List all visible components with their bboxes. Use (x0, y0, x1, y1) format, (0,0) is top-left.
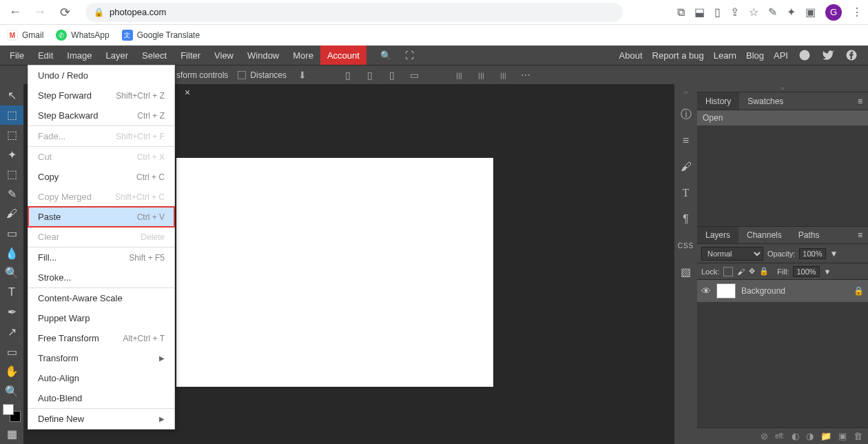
lock-transparency-icon[interactable] (723, 267, 733, 276)
menu-item-transform[interactable]: Transform▶ (28, 348, 174, 368)
opacity-dropdown-icon[interactable]: ▼ (830, 249, 838, 259)
menu-layer[interactable]: Layer (99, 46, 136, 65)
menu-item-copy[interactable]: CopyCtrl + C (28, 167, 174, 187)
link-learn[interactable]: Learn (714, 50, 736, 61)
distribute-space-icon[interactable]: ⫼ (497, 69, 510, 81)
blend-mode-select[interactable]: Normal (701, 247, 763, 261)
forward-button[interactable]: → (30, 3, 50, 22)
extensions-icon[interactable]: ✦ (787, 6, 796, 19)
link-report-bug[interactable]: Report a bug (652, 50, 704, 61)
menu-item-stroke[interactable]: Stroke... (28, 268, 174, 287)
color-swatches[interactable] (0, 401, 23, 425)
link-about[interactable]: About (619, 50, 643, 61)
twitter-icon[interactable] (821, 48, 835, 62)
link-layers-icon[interactable]: ⊘ (761, 431, 768, 441)
align-download-icon[interactable]: ⬇ (296, 69, 309, 81)
tab-channels[interactable]: Channels (738, 227, 790, 243)
back-button[interactable]: ← (6, 3, 25, 22)
panel-collapse-bar[interactable]: ›› (697, 84, 868, 92)
info-panel-icon[interactable]: ⓘ (678, 106, 694, 123)
new-layer-icon[interactable]: ▣ (838, 431, 847, 441)
rectangle-tool[interactable]: ▭ (0, 342, 23, 362)
layer-row-background[interactable]: 👁 Background 🔒 (697, 280, 868, 302)
bookmark-translate[interactable]: 文 Google Translate (122, 30, 200, 41)
dodge-tool[interactable]: 🔍 (0, 263, 23, 283)
quick-mask-tool[interactable]: ▦ (0, 425, 23, 445)
distribute-v-icon[interactable]: ⫼ (475, 69, 488, 81)
path-tool[interactable]: ↗ (0, 322, 23, 342)
foreground-color-swatch[interactable] (3, 404, 14, 415)
layer-mask-icon[interactable]: ◐ (792, 431, 799, 441)
marquee-tool[interactable]: ⬚ (0, 125, 23, 145)
menu-edit[interactable]: Edit (31, 46, 60, 65)
install-icon[interactable]: ⧉ (677, 6, 685, 19)
layer-effects-icon[interactable]: eff. (775, 432, 785, 440)
tab-paths[interactable]: Paths (790, 227, 828, 243)
layers-panel-menu-icon[interactable]: ≡ (852, 230, 868, 240)
menu-filter[interactable]: Filter (174, 46, 207, 65)
tab-swatches[interactable]: Swatches (739, 92, 792, 110)
pen-tool[interactable]: ✒ (0, 303, 23, 323)
document-canvas[interactable] (176, 158, 493, 387)
link-blog[interactable]: Blog (746, 50, 764, 61)
menu-window[interactable]: Window (240, 46, 286, 65)
menu-item-free-transform[interactable]: Free TransformAlt+Ctrl + T (28, 328, 174, 348)
menu-item-fill[interactable]: Fill...Shift + F5 (28, 248, 174, 268)
artboard-tool[interactable]: ⬚ (0, 105, 23, 125)
align-right-icon[interactable]: ▯ (386, 69, 398, 81)
zoom-tool[interactable]: 🔍 (0, 381, 23, 401)
delete-layer-icon[interactable]: 🗑 (854, 431, 862, 441)
menu-select[interactable]: Select (135, 46, 174, 65)
menu-item-auto-align[interactable]: Auto-Align (28, 368, 174, 388)
chrome-menu-icon[interactable]: ⋮ (851, 6, 862, 19)
css-panel-icon[interactable]: CSS (678, 237, 694, 254)
tab-layers[interactable]: Layers (697, 227, 738, 243)
move-tool[interactable]: ↖ (0, 85, 23, 105)
lock-position-icon[interactable]: ✥ (749, 267, 755, 276)
character-panel-icon[interactable]: T (678, 185, 694, 201)
brush-settings-icon[interactable]: 🖌 (678, 159, 694, 175)
new-folder-icon[interactable]: 📁 (820, 431, 831, 441)
menu-item-auto-blend[interactable]: Auto-Blend (28, 388, 174, 408)
link-api[interactable]: API (774, 50, 788, 61)
history-panel-menu-icon[interactable]: ≡ (852, 97, 868, 106)
menu-account[interactable]: Account (320, 46, 366, 65)
menu-item-content-aware-scale[interactable]: Content-Aware Scale (28, 288, 174, 308)
facebook-icon[interactable] (845, 48, 858, 62)
address-bar[interactable]: 🔒 photopea.com (85, 3, 623, 22)
eyedropper-tool[interactable]: ✎ (0, 184, 23, 204)
menu-item-puppet-warp[interactable]: Puppet Warp (28, 308, 174, 328)
layer-thumbnail[interactable] (716, 283, 736, 299)
blur-tool[interactable]: 💧 (0, 243, 23, 263)
align-left-icon[interactable]: ▯ (342, 69, 354, 81)
wand-tool[interactable]: ✦ (0, 145, 23, 165)
brush-tool[interactable]: 🖌 (0, 204, 23, 224)
menu-item-undo-redo[interactable]: Undo / Redo (28, 65, 174, 85)
crop-tool[interactable]: ⬚ (0, 164, 23, 184)
bookmark-star-icon[interactable]: ☆ (749, 6, 758, 19)
doc-icon[interactable]: ▯ (714, 6, 721, 19)
fullscreen-icon[interactable]: ⛶ (398, 46, 421, 65)
opacity-value[interactable]: 100% (799, 248, 825, 259)
search-icon[interactable]: 🔍 (373, 46, 398, 65)
visibility-icon[interactable]: 👁 (701, 285, 711, 296)
adjustments-panel-icon[interactable]: ≡ (678, 132, 694, 149)
history-entry[interactable]: Open (697, 110, 868, 125)
fill-dropdown-icon[interactable]: ▼ (824, 268, 831, 276)
menu-item-step-backward[interactable]: Step BackwardCtrl + Z (28, 105, 174, 125)
reload-button[interactable]: ⟳ (55, 3, 74, 22)
clone-tool[interactable]: ▭ (0, 223, 23, 243)
menu-item-paste[interactable]: PasteCtrl + V (28, 207, 174, 227)
adjustment-layer-icon[interactable]: ◑ (806, 431, 814, 441)
align-top-icon[interactable]: ▭ (408, 69, 420, 81)
bookmark-whatsapp[interactable]: ✆ WhatsApp (56, 30, 109, 41)
align-center-icon[interactable]: ▯ (364, 69, 376, 81)
profile-avatar[interactable]: G (825, 4, 842, 21)
side-panel-icon[interactable]: ▣ (805, 6, 816, 19)
eyedropper-icon[interactable]: ✎ (768, 6, 777, 19)
lock-pixels-icon[interactable]: 🖌 (737, 268, 745, 276)
type-tool[interactable]: T (0, 283, 23, 303)
hand-tool[interactable]: ✋ (0, 361, 23, 381)
bookmark-gmail[interactable]: M Gmail (7, 30, 43, 41)
menu-view[interactable]: View (207, 46, 240, 65)
